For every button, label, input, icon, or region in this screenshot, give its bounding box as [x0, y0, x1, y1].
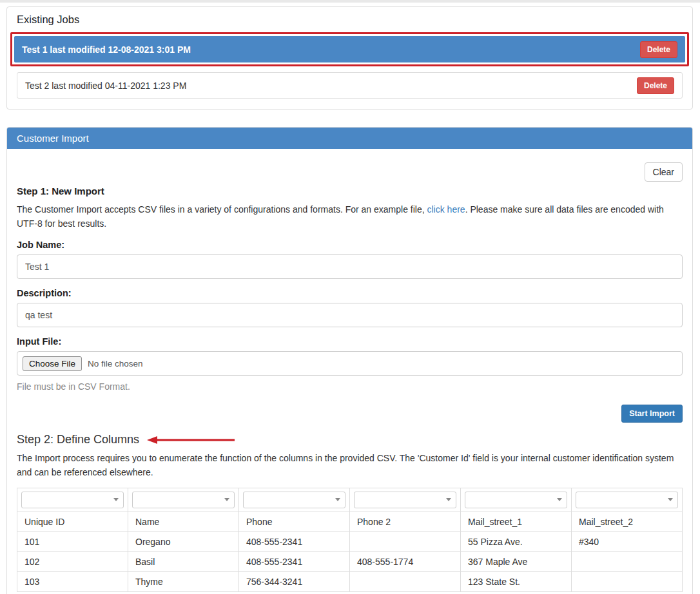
chevron-down-icon — [224, 498, 229, 501]
column-select[interactable] — [243, 492, 345, 508]
column-header: Mail_street_1 — [461, 512, 572, 532]
table-cell — [572, 551, 683, 571]
table-cell — [350, 532, 461, 551]
table-cell: 756-344-3241 — [239, 571, 350, 591]
description-input[interactable] — [17, 303, 683, 327]
customer-import-header: Customer Import — [7, 128, 692, 149]
table-cell: 123 State St. — [461, 571, 572, 591]
chevron-down-icon — [335, 498, 340, 501]
table-row: 102 Basil 408-555-2341 408-555-1774 367 … — [17, 551, 683, 571]
table-cell: #340 — [572, 532, 683, 551]
job-row-test2[interactable]: Test 2 last modified 04-11-2021 1:23 PM … — [17, 72, 683, 99]
table-cell — [350, 571, 461, 591]
column-select[interactable] — [132, 492, 235, 508]
start-import-button[interactable]: Start Import — [621, 405, 683, 423]
column-select[interactable] — [21, 492, 124, 508]
jobs-list: Test 1 last modified 12-08-2021 3:01 PM … — [7, 32, 692, 99]
chevron-down-icon — [446, 498, 451, 501]
table-cell: 408-555-2341 — [239, 551, 350, 571]
existing-jobs-title: Existing Jobs — [7, 12, 692, 32]
table-cell: Oregano — [128, 532, 239, 551]
table-header-row: Unique ID Name Phone Phone 2 Mail_street… — [17, 512, 683, 532]
clear-button[interactable]: Clear — [645, 162, 683, 182]
chevron-down-icon — [668, 498, 673, 501]
chevron-down-icon — [113, 498, 119, 501]
job-row-test1[interactable]: Test 1 last modified 12-08-2021 3:01 PM … — [14, 36, 685, 62]
column-header: Phone 2 — [350, 512, 461, 532]
table-row: 103 Thyme 756-344-3241 123 State St. — [17, 571, 683, 591]
step1-heading: Step 1: New Import — [17, 186, 683, 196]
column-header: Name — [128, 512, 239, 532]
column-header: Unique ID — [17, 512, 128, 532]
file-chosen-text: No file chosen — [88, 359, 143, 369]
job-label: Test 1 last modified 12-08-2021 3:01 PM — [22, 44, 191, 55]
step2-description: The Import process requires you to enume… — [17, 452, 683, 479]
customer-import-panel: Customer Import Clear Step 1: New Import… — [6, 127, 693, 594]
step1-description-text: The Customer Import accepts CSV files in… — [17, 204, 427, 215]
column-header: Mail_street_2 — [572, 512, 683, 532]
table-cell: 103 — [17, 571, 128, 591]
existing-jobs-panel: Existing Jobs Test 1 last modified 12-08… — [6, 6, 693, 110]
csv-preview-table-wrap: Unique ID Name Phone Phone 2 Mail_street… — [17, 488, 683, 592]
table-cell: 55 Pizza Ave. — [461, 532, 572, 551]
choose-file-button[interactable]: Choose File — [23, 356, 82, 371]
table-cell: 101 — [17, 532, 128, 551]
step1-description: The Customer Import accepts CSV files in… — [17, 203, 683, 231]
table-cell: Basil — [128, 551, 239, 571]
job-name-label: Job Name: — [17, 240, 683, 250]
annotation-highlight-box: Test 1 last modified 12-08-2021 3:01 PM … — [10, 32, 689, 66]
table-row: 101 Oregano 408-555-2341 55 Pizza Ave. #… — [17, 532, 683, 551]
column-header: Phone — [239, 512, 350, 532]
column-select[interactable] — [465, 492, 567, 508]
table-cell: 367 Maple Ave — [461, 551, 572, 571]
description-label: Description: — [17, 288, 683, 298]
example-file-link[interactable]: click here — [427, 204, 465, 215]
csv-preview-table: Unique ID Name Phone Phone 2 Mail_street… — [17, 488, 683, 592]
step2-heading: Step 2: Define Columns — [17, 433, 139, 446]
delete-job-button[interactable]: Delete — [640, 41, 677, 58]
column-select-row — [17, 488, 683, 512]
table-cell: 408-555-1774 — [350, 551, 461, 571]
job-name-input[interactable] — [17, 254, 683, 279]
annotation-arrow — [147, 435, 237, 445]
table-cell: 102 — [17, 551, 128, 571]
column-select[interactable] — [576, 492, 678, 508]
job-label: Test 2 last modified 04-11-2021 1:23 PM — [25, 81, 186, 91]
file-input[interactable]: Choose File No file chosen — [17, 351, 683, 376]
table-cell: Thyme — [128, 571, 239, 591]
column-select[interactable] — [354, 492, 456, 508]
page: Existing Jobs Test 1 last modified 12-08… — [0, 3, 700, 594]
delete-job-button[interactable]: Delete — [637, 77, 674, 94]
table-cell — [572, 571, 683, 591]
chevron-down-icon — [557, 498, 562, 501]
input-file-label: Input File: — [17, 336, 683, 347]
customer-import-body: Clear Step 1: New Import The Customer Im… — [7, 149, 692, 594]
table-cell: 408-555-2341 — [239, 532, 350, 551]
file-format-hint: File must be in CSV Format. — [17, 381, 683, 392]
